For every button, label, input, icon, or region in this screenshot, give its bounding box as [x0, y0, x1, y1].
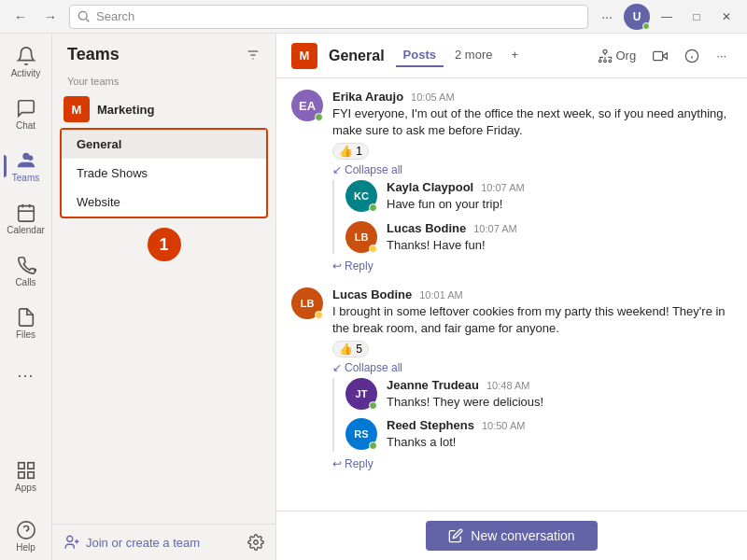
message-content-2: Lucas Bodine 10:01 AM I brought in some … [332, 287, 732, 357]
calendar-icon [16, 203, 36, 223]
svg-point-0 [78, 11, 87, 20]
svg-point-22 [609, 60, 612, 63]
video-button[interactable] [647, 45, 673, 67]
thread-replies-1: ↙Collapse all KC Kayla Claypool 10 [332, 163, 732, 272]
info-icon [684, 49, 699, 63]
message-thread-1: EA Erika Araujo 10:05 AM FYI everyone, I… [291, 90, 732, 273]
online-dot-jeanne [369, 401, 377, 410]
search-icon [78, 10, 91, 23]
join-team-label: Join or create a team [86, 536, 200, 550]
search-bar[interactable]: Search [69, 5, 588, 29]
reply-row-2: LB Lucas Bodine 10:07 AM Thanks! Have fu… [345, 221, 732, 254]
help-label: Help [16, 542, 35, 553]
trade-shows-channel-label: Trade Shows [77, 166, 148, 180]
more-actions-button[interactable]: ··· [711, 45, 732, 66]
team-item-marketing[interactable]: M Marketing ··· [52, 91, 275, 128]
tab-posts[interactable]: Posts [396, 44, 444, 67]
files-icon [16, 307, 36, 328]
sidebar-item-calls[interactable]: Calls [4, 246, 49, 295]
teams-icon [16, 150, 36, 171]
apps-icon [16, 460, 36, 481]
more-options-button[interactable]: ··· [594, 4, 620, 30]
reply-time-2: 10:07 AM [473, 223, 516, 234]
channel-header-avatar: M [291, 43, 317, 69]
phone-icon [16, 255, 36, 275]
titlebar: ← → Search ··· U — □ ✕ [0, 0, 747, 34]
new-conversation-label: New conversation [471, 528, 574, 543]
sidebar-item-activity[interactable]: Activity [4, 37, 49, 86]
info-button[interactable] [679, 45, 705, 67]
online-dot-reed [369, 441, 377, 450]
channel-item-general[interactable]: General [62, 130, 266, 159]
msg-author-1: Erika Araujo [332, 90, 403, 104]
msg-reaction-2[interactable]: 👍 5 [332, 341, 369, 357]
channel-name: General [329, 48, 385, 64]
reply-content-1: Kayla Claypool 10:07 AM Have fun on your… [387, 180, 732, 213]
sidebar-item-files[interactable]: Files [4, 299, 49, 347]
msg-author-2: Lucas Bodine [332, 287, 412, 301]
collapse-link-1[interactable]: ↙Collapse all [332, 163, 732, 176]
svg-point-21 [604, 60, 607, 63]
channel-header-actions: Org ··· [592, 45, 732, 67]
reply-text-2: Thanks! Have fun! [387, 237, 732, 254]
msg-time-2: 10:01 AM [419, 289, 462, 301]
teams-panel-footer: Join or create a team [52, 524, 275, 560]
svg-rect-9 [27, 471, 33, 477]
svg-rect-24 [654, 51, 663, 60]
msg-reaction-1[interactable]: 👍 1 [332, 143, 369, 160]
away-dot-lucas [369, 245, 377, 253]
minimize-button[interactable]: — [654, 4, 680, 30]
new-conversation-button[interactable]: New conversation [426, 521, 597, 551]
sidebar-item-chat[interactable]: Chat [4, 90, 49, 138]
channel-item-website[interactable]: Website [62, 188, 266, 217]
tab-more[interactable]: 2 more [447, 44, 500, 67]
reply-link-2[interactable]: ↩Reply [332, 457, 732, 470]
calendar-label: Calendar [7, 225, 45, 235]
filter-icon[interactable] [246, 48, 261, 63]
reply-time-3: 10:48 AM [486, 380, 529, 391]
svg-point-15 [67, 536, 73, 541]
video-icon [653, 49, 668, 63]
teams-panel-header: Teams [52, 34, 275, 72]
sidebar-item-apps[interactable]: Apps [4, 452, 49, 500]
collapse-link-2[interactable]: ↙Collapse all [332, 361, 732, 374]
reply-row-3: JT Jeanne Trudeau 10:48 AM Thanks! They … [345, 378, 732, 411]
files-label: Files [16, 329, 35, 340]
avatar-kayla: KC [345, 180, 377, 212]
close-button[interactable]: ✕ [713, 4, 740, 30]
msg-header-1: Erika Araujo 10:05 AM [332, 90, 732, 104]
channel-tabs: Posts 2 more + [396, 44, 526, 67]
thread-replies-2: ↙Collapse all JT Jeanne Trudeau 10 [332, 361, 732, 469]
reply-time-4: 10:50 AM [482, 420, 525, 431]
main-content: M General Posts 2 more + Org ··· [276, 34, 747, 560]
online-status-dot [642, 22, 650, 30]
reply-text-1: Have fun on your trip! [387, 196, 732, 213]
teams-panel-title: Teams [67, 45, 120, 64]
reply-row-4: RS Reed Stephens 10:50 AM Thanks a lot! [345, 418, 732, 451]
avatar-lucas2: LB [291, 287, 323, 319]
svg-point-19 [603, 49, 607, 53]
join-team-button[interactable]: Join or create a team [63, 534, 200, 551]
svg-rect-6 [18, 462, 23, 468]
svg-rect-8 [18, 471, 23, 477]
msg-text-2: I brought in some leftover cookies from … [332, 303, 732, 337]
settings-icon[interactable] [247, 534, 264, 551]
user-avatar[interactable]: U [624, 4, 650, 30]
sidebar-item-calendar[interactable]: Calendar [4, 194, 49, 243]
org-button[interactable]: Org [592, 45, 641, 67]
tab-add[interactable]: + [503, 44, 526, 67]
avatar-erika: EA [291, 90, 323, 121]
reply-link-1[interactable]: ↩Reply [332, 259, 732, 273]
new-conversation-bar: New conversation [276, 511, 747, 560]
forward-button[interactable]: → [37, 4, 63, 30]
your-teams-label: Your teams [52, 72, 275, 91]
channel-header: M General Posts 2 more + Org ··· [276, 34, 747, 78]
maximize-button[interactable]: □ [684, 4, 710, 30]
message-content-1: Erika Araujo 10:05 AM FYI everyone, I'm … [332, 90, 732, 160]
sidebar-item-teams[interactable]: Teams [4, 142, 49, 190]
channel-item-trade-shows[interactable]: Trade Shows [62, 159, 266, 188]
sidebar-item-help[interactable]: Help [4, 511, 49, 560]
teams-label: Teams [12, 173, 39, 183]
sidebar-item-more[interactable]: ··· [4, 351, 49, 399]
back-button[interactable]: ← [7, 4, 34, 30]
